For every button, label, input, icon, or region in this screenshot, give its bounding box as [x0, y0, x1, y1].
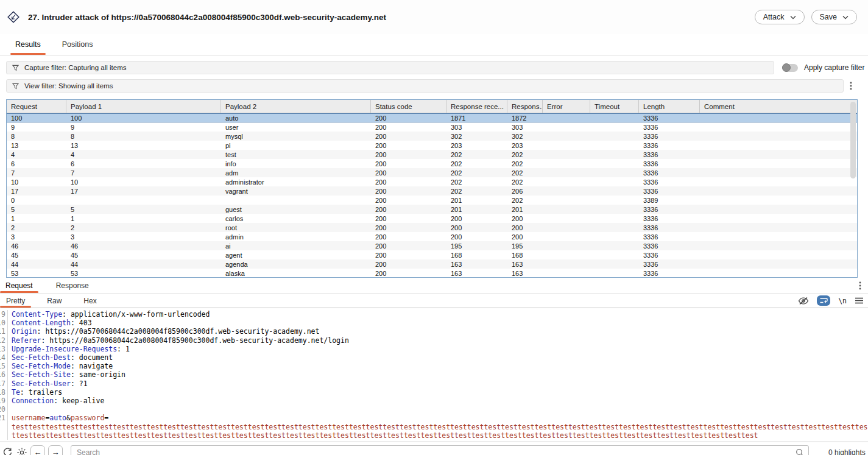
table-row[interactable]: 77adm2002022023336 — [7, 168, 857, 177]
table-row[interactable]: 02002012023389 — [7, 196, 857, 205]
code-line: 19Connection: keep-alive — [0, 397, 868, 405]
tab-pretty-label: Pretty — [6, 297, 25, 305]
highlights-count: 0 highlights — [828, 448, 866, 455]
table-row[interactable]: 4646ai2001951953336 — [7, 241, 857, 250]
table-row[interactable]: 11carlos2002002003336 — [7, 214, 857, 223]
cell: 200 — [371, 160, 446, 168]
view-filter-menu-icon[interactable] — [847, 81, 855, 91]
cell: 3389 — [639, 197, 700, 204]
column-header-length[interactable]: Length — [639, 100, 700, 113]
cell: 200 — [371, 169, 446, 177]
cell: 10 — [66, 178, 221, 186]
previous-match-button[interactable]: ← — [30, 445, 45, 455]
column-header-payload-2[interactable]: Payload 2 — [221, 100, 371, 113]
cell: 200 — [446, 224, 507, 231]
cell: 46 — [66, 242, 221, 250]
column-header-label: Length — [643, 103, 665, 110]
table-row[interactable]: 4545agent2001681683336 — [7, 250, 857, 259]
cell: 163 — [446, 270, 507, 277]
title-bar: 27. Intruder attack of https://0a5700680… — [0, 0, 868, 34]
code-line: 9Content-Type: application/x-www-form-ur… — [0, 310, 868, 319]
column-header-response-rece[interactable]: Response rece... — [446, 100, 507, 113]
cell: 302 — [507, 133, 543, 140]
hide-highlights-eye-off-icon[interactable] — [798, 297, 809, 305]
table-row[interactable]: 55guest2002012013336 — [7, 205, 857, 214]
table-row[interactable]: 22root2002002003336 — [7, 223, 857, 232]
cell: 200 — [371, 115, 446, 122]
table-row[interactable]: 100100auto200187118723336 — [7, 113, 857, 122]
code-line: 18Te: trailers — [0, 388, 868, 397]
table-row[interactable]: 66info2002022023336 — [7, 159, 857, 168]
table-row[interactable]: 1010administrator2002022023336 — [7, 177, 857, 186]
message-panel-menu-icon[interactable] — [856, 281, 864, 291]
column-header-error[interactable]: Error — [543, 100, 590, 113]
table-row[interactable]: 99user2003033033336 — [7, 122, 857, 132]
request-editor[interactable]: 9Content-Type: application/x-www-form-ur… — [0, 308, 868, 443]
cell: guest — [221, 206, 371, 213]
attack-button[interactable]: Attack — [755, 10, 805, 24]
save-button[interactable]: Save — [811, 10, 858, 24]
tab-response[interactable]: Response — [51, 278, 94, 293]
word-wrap-toggle-icon[interactable] — [817, 295, 830, 306]
editor-menu-hamburger-icon[interactable] — [855, 297, 864, 304]
cell: carlos — [221, 215, 371, 222]
tab-results[interactable]: Results — [10, 34, 46, 55]
apply-capture-filter-toggle[interactable] — [782, 64, 798, 72]
cell: 200 — [507, 233, 543, 241]
cell: 3336 — [639, 224, 700, 231]
intruder-icon — [7, 11, 19, 23]
table-row[interactable]: 5353alaska2001631633336 — [7, 269, 857, 278]
table-row[interactable]: 4444agenda2001631633336 — [7, 259, 857, 269]
chevron-down-icon — [842, 15, 849, 19]
capture-filter-bar[interactable]: Capture filter: Capturing all items — [6, 61, 774, 74]
cell: info — [221, 160, 371, 168]
cell: 163 — [446, 261, 507, 268]
cell: 200 — [507, 215, 543, 222]
cell: 202 — [507, 151, 543, 158]
table-row[interactable]: 1313pi2002032033336 — [7, 141, 857, 150]
show-nonprintable-icon[interactable]: \n — [838, 297, 847, 305]
cell: 202 — [507, 178, 543, 186]
tab-hex[interactable]: Hex — [77, 294, 102, 308]
cell: 3336 — [639, 133, 700, 140]
spacer — [113, 294, 798, 308]
table-scrollbar-thumb[interactable] — [850, 102, 856, 178]
column-header-timeout[interactable]: Timeout — [590, 100, 639, 113]
refresh-search-icon[interactable] — [2, 447, 13, 455]
next-match-button[interactable]: → — [48, 445, 63, 455]
tab-request[interactable]: Request — [0, 278, 38, 293]
table-row[interactable]: 88mysql2003023023336 — [7, 132, 857, 141]
search-settings-gear-icon[interactable] — [16, 447, 27, 455]
cell: 45 — [66, 252, 221, 259]
cell: 3336 — [639, 124, 700, 131]
cell: 203 — [446, 142, 507, 149]
filter-funnel-icon — [12, 65, 19, 71]
tab-pretty[interactable]: Pretty — [0, 294, 31, 308]
tab-positions[interactable]: Positions — [57, 34, 98, 55]
spacer — [107, 278, 853, 293]
column-header-request[interactable]: Request — [7, 100, 66, 113]
column-header-respons[interactable]: Respons... — [507, 100, 543, 113]
cell: 6 — [66, 160, 221, 168]
cell: 13 — [7, 142, 66, 149]
column-header-label: Respons... — [512, 103, 543, 110]
search-input[interactable] — [71, 445, 809, 455]
cell: 3336 — [639, 169, 700, 177]
code-line: 21username=auto&password= — [0, 414, 868, 422]
cell: 163 — [507, 261, 543, 268]
table-row[interactable]: 33admin2002002003336 — [7, 232, 857, 241]
cell: 3336 — [639, 261, 700, 268]
column-header-payload-1[interactable]: Payload 1 — [66, 100, 221, 113]
view-filter-label: View filter: Showing all items — [24, 82, 113, 90]
tab-raw[interactable]: Raw — [41, 294, 68, 308]
cell: 202 — [446, 178, 507, 186]
cell: 303 — [507, 124, 543, 131]
column-header-comment[interactable]: Comment — [700, 100, 857, 113]
column-header-status-code[interactable]: Status code — [371, 100, 446, 113]
editor-toolbar-icons: \n — [798, 294, 864, 308]
cell: 1871 — [446, 115, 507, 122]
view-filter-bar[interactable]: View filter: Showing all items — [6, 79, 844, 93]
table-row[interactable]: 1717vagrant2002022063336 — [7, 186, 857, 196]
table-row[interactable]: 44test2002022023336 — [7, 150, 857, 159]
cell: 203 — [507, 142, 543, 149]
